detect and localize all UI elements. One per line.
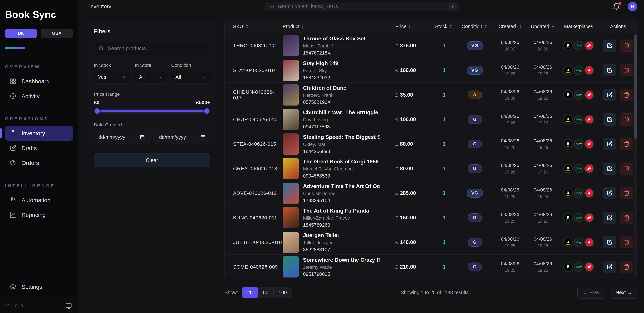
created-date: 04/08/26	[501, 236, 519, 242]
sidebar-item-repricing[interactable]: Repricing	[5, 207, 73, 222]
ebay-marketplace-icon[interactable]: ebay	[574, 188, 584, 198]
slider-thumb-min[interactable]	[94, 108, 100, 114]
slider-thumb-max[interactable]	[204, 108, 210, 114]
bird-marketplace-icon[interactable]	[584, 188, 594, 198]
region-usa-button[interactable]: USA	[41, 29, 73, 38]
product-isbn: 0951790005	[303, 271, 380, 277]
column-header-product[interactable]: Product	[283, 24, 381, 29]
ebay-marketplace-icon[interactable]: ebay	[574, 213, 584, 223]
marketplaces-cell: aebay	[558, 262, 599, 272]
sidebar-item-inventory[interactable]: Inventory	[5, 126, 73, 141]
edit-button[interactable]	[603, 212, 616, 224]
amazon-marketplace-icon[interactable]: a	[563, 213, 573, 223]
notifications-button[interactable]	[612, 3, 620, 11]
amazon-marketplace-icon[interactable]: a	[563, 188, 573, 198]
edit-button[interactable]	[603, 236, 616, 248]
in-store-select[interactable]: All	[135, 71, 167, 84]
delete-button[interactable]	[620, 163, 634, 175]
amazon-marketplace-icon[interactable]: a	[563, 237, 573, 247]
delete-button[interactable]	[620, 40, 634, 52]
bird-marketplace-icon[interactable]	[584, 237, 594, 247]
bird-marketplace-icon[interactable]	[584, 262, 594, 272]
clear-filters-button[interactable]: Clear	[94, 153, 210, 167]
ebay-marketplace-icon[interactable]: ebay	[574, 90, 584, 100]
sidebar-item-drafts[interactable]: Drafts	[5, 141, 73, 155]
bird-marketplace-icon[interactable]	[584, 90, 594, 100]
edit-button[interactable]	[603, 89, 616, 101]
sidebar-item-dashboard[interactable]: Dashboard	[5, 74, 73, 89]
column-header-stock[interactable]: Stock	[432, 24, 457, 29]
delete-button[interactable]	[620, 89, 634, 101]
edit-button[interactable]	[603, 163, 616, 175]
amazon-marketplace-icon[interactable]: a	[563, 90, 573, 100]
global-search-input[interactable]: Search orders, items, SKUs... /	[265, 2, 458, 11]
sidebar-item-activity[interactable]: Activity	[5, 89, 73, 104]
amazon-marketplace-icon[interactable]: a	[563, 115, 573, 124]
delete-button[interactable]	[620, 64, 634, 76]
amazon-marketplace-icon[interactable]: a	[563, 66, 573, 75]
ebay-marketplace-icon[interactable]: ebay	[574, 237, 584, 247]
delete-button[interactable]	[620, 261, 634, 273]
avatar[interactable]: R	[628, 2, 637, 11]
condition-select[interactable]: All	[171, 71, 211, 84]
amazon-marketplace-icon[interactable]: a	[563, 139, 573, 149]
edit-button[interactable]	[603, 64, 616, 76]
bird-marketplace-icon[interactable]	[584, 213, 594, 223]
table-row[interactable]: GREA-040626-013 The Great Book of Corgi …	[225, 156, 638, 181]
delete-button[interactable]	[620, 113, 634, 126]
sidebar-item-settings[interactable]: Settings	[5, 279, 73, 294]
ebay-marketplace-icon[interactable]: ebay	[574, 66, 584, 75]
amazon-marketplace-icon[interactable]: a	[563, 41, 573, 51]
page-size-option-50[interactable]: 50	[258, 287, 274, 298]
ebay-marketplace-icon[interactable]: ebay	[574, 262, 584, 272]
delete-button[interactable]	[620, 212, 634, 224]
prev-page-button[interactable]: ← Prev	[578, 286, 606, 298]
table-row[interactable]: ADVE-040626-012 Adventure Time The Art O…	[225, 181, 638, 205]
amazon-marketplace-icon[interactable]: a	[563, 164, 573, 173]
date-from-input[interactable]: dd/mm/yyyy	[94, 130, 150, 144]
bird-marketplace-icon[interactable]	[584, 41, 594, 51]
product-search-input[interactable]: Search products...	[94, 42, 210, 55]
in-stock-select[interactable]: Yes	[94, 71, 131, 84]
table-row[interactable]: THRO-040826-001 Throne of Glass Box Set …	[225, 33, 638, 58]
table-row[interactable]: KUNG-040626-011 The Art of Kung Fu Panda…	[225, 205, 638, 230]
delete-button[interactable]	[620, 138, 634, 150]
ebay-marketplace-icon[interactable]: ebay	[574, 115, 584, 124]
sidebar-item-orders[interactable]: Orders	[5, 155, 73, 170]
date-to-input[interactable]: dd/mm/yyyy	[154, 130, 210, 144]
bird-marketplace-icon[interactable]	[584, 66, 594, 75]
amazon-marketplace-icon[interactable]: a	[563, 262, 573, 272]
table-row[interactable]: STAY-040526-010 Stay High 149 Farrell, S…	[225, 58, 638, 83]
edit-button[interactable]	[603, 40, 616, 52]
column-header-updated[interactable]: Updated	[527, 24, 558, 29]
filter-label: In Store	[135, 63, 167, 68]
table-row[interactable]: JUETEL-040626-010 Juergen Teller Teller,…	[225, 230, 638, 254]
column-header-condition[interactable]: Condition	[457, 24, 493, 29]
table-row[interactable]: STEA-040626-015 Stealing Speed: The Bigg…	[225, 132, 638, 156]
column-header-created[interactable]: Created	[493, 24, 527, 29]
ebay-marketplace-icon[interactable]: ebay	[574, 41, 584, 51]
column-header-sku[interactable]: SKU	[225, 24, 283, 29]
edit-button[interactable]	[603, 261, 616, 273]
table-row[interactable]: SOME-040626-009 Somewhere Down the Crazy…	[225, 254, 638, 279]
table-row[interactable]: CHIDUN-040626-017 Children of Dune Herbe…	[225, 83, 638, 107]
region-uk-button[interactable]: UK	[5, 29, 37, 38]
edit-button[interactable]	[603, 138, 616, 150]
ebay-marketplace-icon[interactable]: ebay	[574, 139, 584, 149]
delete-button[interactable]	[620, 236, 634, 248]
delete-button[interactable]	[620, 187, 634, 199]
page-size-option-100[interactable]: 100	[274, 287, 292, 298]
sidebar-item-automation[interactable]: Automation	[5, 193, 73, 207]
stock-cell: 1	[432, 67, 457, 73]
bird-marketplace-icon[interactable]	[584, 115, 594, 124]
ebay-marketplace-icon[interactable]: ebay	[574, 164, 584, 173]
bird-marketplace-icon[interactable]	[584, 139, 594, 149]
edit-button[interactable]	[603, 113, 616, 126]
page-size-option-25[interactable]: 25	[242, 287, 258, 298]
column-header-price[interactable]: Price	[381, 24, 432, 29]
bird-marketplace-icon[interactable]	[584, 164, 594, 173]
next-page-button[interactable]: Next →	[610, 286, 638, 298]
edit-button[interactable]	[603, 187, 616, 199]
table-row[interactable]: CHUR-040626-016 Churchill's War: The Str…	[225, 107, 638, 132]
scrollbar-thumb[interactable]	[634, 34, 637, 139]
